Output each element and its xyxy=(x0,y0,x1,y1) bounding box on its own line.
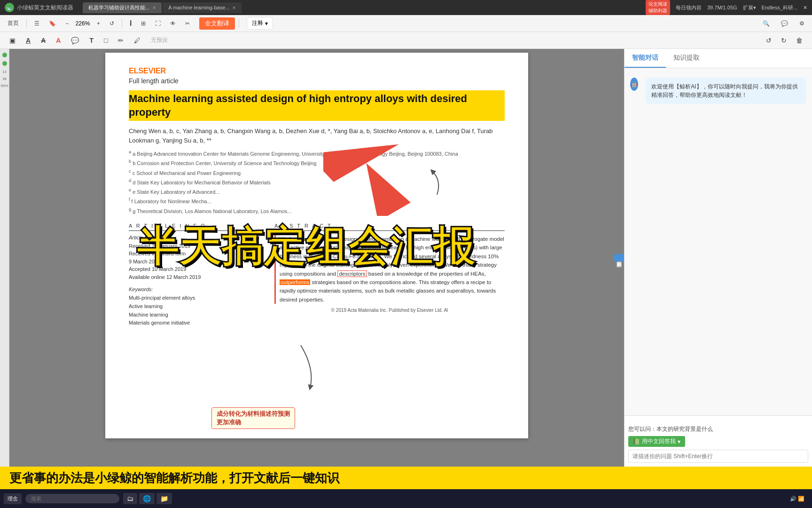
title-bar: 🐋 小绿鲸英文文献阅读器 机器学习辅助设计高性能... ✕ A machine … xyxy=(0,0,812,15)
chevron-down-icon2: ▾ xyxy=(678,438,680,445)
taskbar-app-1[interactable]: 🗂 xyxy=(123,493,137,504)
tab-1-label: 机器学习辅助设计高性能... xyxy=(88,4,149,11)
expand-translate-btn[interactable]: 展开翻译 xyxy=(614,254,624,262)
eraser-btn[interactable]: 🗑 xyxy=(792,35,806,46)
daily-label[interactable]: 每日领内容 xyxy=(676,4,702,11)
ai-greeting-text: 欢迎使用【鲸析AI】，你可以随时向我提问，我将为你提供精准回答，帮助你更高效地阅… xyxy=(651,83,797,98)
elsevier-header: ELSEVIER xyxy=(129,67,505,75)
paper-title: Machine learning assisted design of high… xyxy=(129,90,505,121)
home-btn[interactable]: 首页 xyxy=(4,17,23,29)
close-btn[interactable]: ✕ xyxy=(803,5,807,11)
authors: Cheng Wen a, b, c, Yan Zhang a, b, Chang… xyxy=(129,127,505,145)
history-4: Available online 12 March 2019 xyxy=(129,273,260,281)
expand-btn[interactable]: 扩展▾ xyxy=(743,4,756,11)
article-info-col: A R T I C L E I N F O Article history: R… xyxy=(129,223,260,327)
authors-text: Cheng Wen a, b, c, Yan Zhang a, b, Chang… xyxy=(129,127,493,144)
copyright: © 2019 Acta Materialia Inc. Published by… xyxy=(274,308,505,313)
right-panel: 智能对话 知识提取 🤖 欢迎使用【鲸析AI】，你可以随时向我提问，我将为你提供精… xyxy=(624,49,812,467)
storage-label: 39.7M/1.05G xyxy=(707,5,737,10)
tool-pen-btn[interactable]: 🖊 xyxy=(130,35,144,46)
taskbar-search[interactable] xyxy=(25,494,119,503)
annotation-dropdown[interactable]: 注释 ▾ xyxy=(247,17,273,30)
eye-btn[interactable]: 👁 xyxy=(166,18,180,29)
toolbar-right: 🔍 💬 ⚙ xyxy=(759,18,808,29)
tab-2-close[interactable]: ✕ xyxy=(232,5,236,10)
undo-redo: ↺ ↻ 🗑 xyxy=(762,35,806,46)
sidebar-toggle-btn[interactable]: ☰ xyxy=(31,18,43,29)
zoom-in-btn[interactable]: + xyxy=(93,18,104,29)
user-label[interactable]: Endless_科研... xyxy=(762,4,797,11)
history-1: Received in revised form xyxy=(129,250,260,258)
start-btn[interactable]: 理念 xyxy=(4,493,22,504)
tab-knowledge[interactable]: 知识提取 xyxy=(666,49,707,68)
annotation-label: 注释 xyxy=(252,19,263,27)
tab-1[interactable]: 机器学习辅助设计高性能... ✕ xyxy=(83,2,162,13)
undo-btn[interactable]: ↺ xyxy=(762,35,775,46)
tool-frame-btn[interactable]: ▣ xyxy=(6,35,19,46)
indicator-green2 xyxy=(2,61,7,66)
ai-bubble-container: 🤖 欢迎使用【鲸析AI】，你可以随时向我提问，我将为你提供精准回答，帮助你更高效… xyxy=(630,78,806,108)
tab-1-close[interactable]: ✕ xyxy=(152,5,156,10)
taskbar-app-2[interactable]: 🌐 xyxy=(139,493,155,504)
left-sidebar: 13 38 55% xyxy=(0,49,9,467)
reset-btn[interactable]: ↺ xyxy=(106,18,118,29)
history-2: 9 March 2019 xyxy=(129,258,260,266)
tab-bar: 机器学习辅助设计高性能... ✕ A machine learning-base… xyxy=(83,2,646,13)
fullscreen-btn[interactable]: ⛶ xyxy=(151,18,164,29)
taskbar-app-3[interactable]: 📁 xyxy=(156,493,172,504)
affil-b: b b Corrosion and Protection Center, Uni… xyxy=(129,158,505,167)
right-panel-tabs: 智能对话 知识提取 xyxy=(625,49,812,68)
tab-ai-dialog[interactable]: 智能对话 xyxy=(625,49,666,68)
article-columns: A R T I C L E I N F O Article history: R… xyxy=(129,223,505,327)
tool-note-btn[interactable]: 💬 xyxy=(67,35,83,46)
column-select-btn[interactable]: ⊞ xyxy=(137,18,149,29)
tool-color-btn[interactable]: A xyxy=(52,35,64,46)
affil-g: g g Theoretical Division, Los Alamos Nat… xyxy=(129,206,505,215)
comment-btn[interactable]: 💬 xyxy=(777,18,792,29)
app-logo: 🐋 小绿鲸英文文献阅读器 xyxy=(5,3,73,12)
sep1 xyxy=(26,19,27,28)
full-length-article: Full length article xyxy=(129,77,505,85)
main-toolbar: 首页 ☰ 🔖 − 226% + ↺ I ⊞ ⛶ 👁 ✂ 全文翻译 注释 ▾ 🔍 … xyxy=(0,15,812,32)
settings-btn[interactable]: ⚙ xyxy=(796,18,808,29)
outperforms-highlight: outperforms xyxy=(280,279,310,285)
bookmark-btn[interactable]: 🔖 xyxy=(45,18,60,29)
scissor-btn[interactable]: ✂ xyxy=(181,18,194,29)
affil-e: e e State Key Laboratory of Advanced... xyxy=(129,187,505,196)
ad-badge-text: 论文阅读辅助利器 xyxy=(646,0,670,15)
affil-d: d d State Key Laboratory for Mechanical … xyxy=(129,177,505,187)
affiliations: a a Beijing Advanced Innovation Center f… xyxy=(129,149,505,215)
indicator-55: 55% xyxy=(0,84,8,88)
article-history-label: Article history: xyxy=(129,235,260,240)
search-btn[interactable]: 🔍 xyxy=(759,18,773,29)
zoom-out-btn[interactable]: − xyxy=(62,18,72,29)
annotation-arrow-up xyxy=(409,162,446,201)
zoom-level: 226% xyxy=(73,20,92,27)
keyword-2: Machine learning xyxy=(129,311,260,319)
indicator-13: 13 xyxy=(2,70,7,74)
descriptor-box: descriptors xyxy=(337,270,367,277)
tab-2[interactable]: A machine learning-base... ✕ xyxy=(163,2,242,13)
keywords-label: Keywords: xyxy=(129,286,260,292)
tool-strikethrough-btn[interactable]: A xyxy=(37,35,49,46)
suggest-question: 您可以问：本文的研究背景是什么 xyxy=(628,425,808,433)
chinese-answer-btn[interactable]: 📗 用中文回答我 ▾ xyxy=(628,436,685,447)
taskbar-apps: 🗂 🌐 📁 xyxy=(123,493,172,504)
redo-btn[interactable]: ↻ xyxy=(777,35,790,46)
indicator-38: 38 xyxy=(2,77,7,81)
ad-badge[interactable]: 论文阅读辅助利器 xyxy=(646,0,670,15)
cursor-btn[interactable]: I xyxy=(126,17,135,30)
history-3: Accepted 10 March 2019 xyxy=(129,265,260,273)
tool-rect-btn[interactable]: □ xyxy=(100,35,111,46)
bottom-promo-bar: 更省事的办法是小绿鲸的智能解析功能，打开文献后一键知识 xyxy=(0,467,812,489)
ai-avatar: 🤖 xyxy=(630,78,638,91)
full-translate-btn[interactable]: 全文翻译 xyxy=(199,17,235,30)
tool-text-btn[interactable]: T xyxy=(86,35,97,46)
abstract-text: We formulate a materials design strategy… xyxy=(274,235,505,304)
tool-pencil-btn[interactable]: ✏ xyxy=(114,35,127,46)
tool-underline-btn[interactable]: A xyxy=(22,35,34,46)
float-tooltip: 成分转化为材料描述符预测更加准确 xyxy=(211,407,295,429)
bottom-promo-text: 更省事的办法是小绿鲸的智能解析功能，打开文献后一键知识 xyxy=(9,470,339,486)
chat-input[interactable] xyxy=(628,450,808,463)
whale-icon: 🐋 xyxy=(5,3,14,12)
